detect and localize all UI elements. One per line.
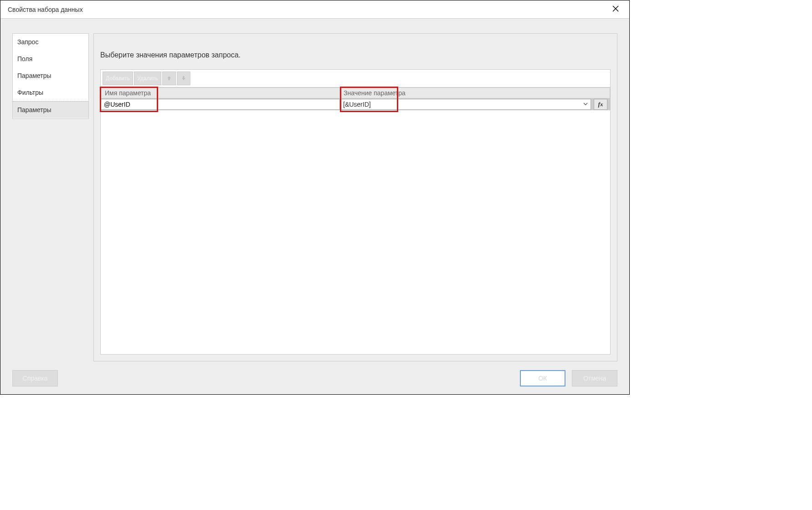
tab-fields[interactable]: Поля xyxy=(13,51,88,67)
parameter-name-input[interactable] xyxy=(101,99,340,110)
arrow-up-icon xyxy=(166,75,172,82)
instruction-text: Выберите значения параметров запроса. xyxy=(94,34,617,69)
parameters-content: Добавить Удалить Имя п xyxy=(100,69,611,355)
sidebar: Запрос Поля Параметры Фильтры Параметры xyxy=(12,33,89,361)
close-icon xyxy=(612,5,619,14)
chevron-down-icon xyxy=(583,102,588,107)
expression-button[interactable]: fx xyxy=(594,99,607,110)
body-area: Запрос Поля Параметры Фильтры Параметры … xyxy=(0,19,629,367)
parameter-row: [&UserID] fx xyxy=(101,98,610,110)
dialog-footer: Справка ОК Отмена xyxy=(0,367,629,394)
tab-list: Запрос Поля Параметры Фильтры Параметры xyxy=(12,33,89,119)
parameters-toolbar: Добавить Удалить xyxy=(101,70,610,88)
move-down-button[interactable] xyxy=(177,72,190,85)
titlebar-title: Свойства набора данных xyxy=(6,6,83,13)
main-panel: Выберите значения параметров запроса. До… xyxy=(93,33,617,361)
arrow-down-icon xyxy=(180,75,187,82)
tab-filters[interactable]: Фильтры xyxy=(13,84,88,101)
close-button[interactable] xyxy=(607,1,624,18)
parameters-grid: Имя параметра Значение параметра [&UserI… xyxy=(101,88,610,110)
add-button[interactable]: Добавить xyxy=(103,72,133,85)
cancel-button[interactable]: Отмена xyxy=(572,370,617,386)
grid-header: Имя параметра Значение параметра xyxy=(101,88,610,98)
grid-empty-area xyxy=(101,110,610,354)
tab-parameters[interactable]: Параметры xyxy=(13,67,88,84)
dataset-properties-dialog: Свойства набора данных Запрос Поля Парам… xyxy=(0,0,630,395)
parameter-value-combo[interactable]: [&UserID] xyxy=(340,99,591,110)
parameter-name-cell xyxy=(101,99,340,110)
column-header-name[interactable]: Имя параметра xyxy=(101,88,340,98)
tab-parameters-2[interactable]: Параметры xyxy=(13,101,88,118)
footer-left: Справка xyxy=(12,370,58,386)
ok-button[interactable]: ОК xyxy=(520,370,565,386)
tab-query[interactable]: Запрос xyxy=(13,34,88,51)
titlebar: Свойства набора данных xyxy=(0,0,629,19)
parameter-value-text: [&UserID] xyxy=(343,101,371,108)
delete-button[interactable]: Удалить xyxy=(134,72,161,85)
fx-icon: fx xyxy=(598,101,603,108)
column-header-value[interactable]: Значение параметра xyxy=(340,88,610,98)
move-up-button[interactable] xyxy=(162,72,176,85)
footer-right: ОК Отмена xyxy=(520,370,617,386)
help-button[interactable]: Справка xyxy=(12,370,58,386)
parameter-value-cell: [&UserID] fx xyxy=(340,99,610,110)
